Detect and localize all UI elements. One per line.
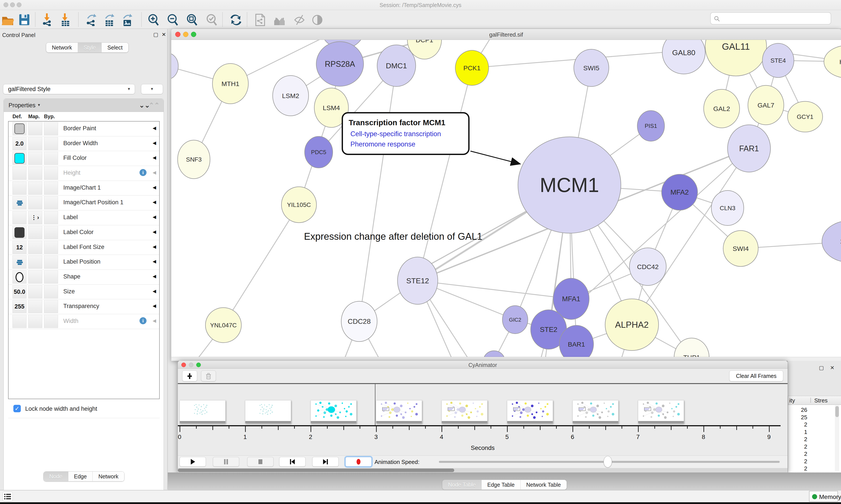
default-cell[interactable] (13, 226, 26, 239)
mapping-cell[interactable]: ⋮› (28, 211, 42, 224)
properties-header[interactable]: Properties ▼ ⌄​⌄ ⌃​⌃ (4, 99, 164, 112)
lock-node-size-checkbox[interactable]: ✓ (13, 405, 21, 412)
bypass-cell[interactable] (44, 167, 58, 180)
pause-button[interactable] (213, 457, 239, 467)
zoom-fit-button[interactable] (186, 13, 198, 26)
expand-property-icon[interactable]: ◀ (153, 214, 156, 220)
task-history-button[interactable] (3, 492, 13, 501)
default-cell[interactable]: 12 (13, 241, 26, 254)
style-selector-dropdown[interactable]: galFiltered Style ▼ (3, 84, 135, 94)
network-node-ALPHA2[interactable]: ALPHA2 (605, 299, 659, 350)
frame-thumbnail-7[interactable] (638, 400, 684, 424)
expand-property-icon[interactable]: ◀ (153, 289, 156, 294)
zoom-selected-button[interactable] (205, 13, 218, 26)
network-node-MTH1[interactable]: MTH1 (212, 64, 248, 104)
expand-property-icon[interactable]: ◀ (153, 140, 156, 146)
record-button[interactable] (345, 457, 372, 467)
annotation-link[interactable]: Pheromone response (351, 140, 415, 148)
frame-thumbnail-1[interactable] (245, 400, 291, 424)
default-cell[interactable] (13, 181, 26, 195)
frame-thumbnail-5[interactable] (507, 400, 553, 424)
table-cell-value[interactable]: 2 (788, 458, 807, 465)
mapping-cell[interactable] (28, 122, 42, 135)
float-panel-icon[interactable]: ▢ (819, 365, 824, 371)
frame-thumbnail-0[interactable] (180, 400, 226, 424)
play-button[interactable] (180, 457, 206, 467)
mapping-cell[interactable] (28, 300, 42, 313)
add-frame-button[interactable] (182, 371, 197, 381)
expand-property-icon[interactable]: ◀ (153, 125, 156, 131)
mapping-cell[interactable] (28, 255, 42, 269)
memory-button[interactable]: Memory (809, 491, 838, 502)
bypass-cell[interactable] (44, 270, 58, 284)
table-cell-value[interactable]: 1 (788, 429, 807, 435)
skip-start-button[interactable] (279, 457, 305, 467)
expand-property-icon[interactable]: ◀ (153, 303, 156, 308)
default-cell[interactable]: 255 (13, 300, 26, 313)
network-canvas[interactable]: RPS28BDCP1RPS28ADMC1PCK1SWI5GAL80GAL11ST… (171, 40, 841, 357)
timeline-playhead[interactable] (375, 384, 375, 425)
mapping-cell[interactable] (28, 137, 42, 150)
table-cell-value[interactable]: 26 (788, 407, 807, 413)
bypass-cell[interactable] (44, 196, 58, 209)
network-node-TUP1[interactable]: TUP1 (674, 338, 709, 357)
network-canvas-scrollbar[interactable] (171, 357, 841, 361)
tab-edge[interactable]: Edge (68, 472, 93, 481)
bypass-cell[interactable] (44, 285, 58, 299)
network-node-RPS28A[interactable]: RPS28A (316, 41, 363, 86)
default-cell[interactable] (13, 196, 26, 209)
network-file-button[interactable] (254, 13, 266, 26)
expand-property-icon[interactable]: ◀ (153, 185, 156, 190)
default-cell[interactable] (13, 211, 26, 224)
network-node-CLN3[interactable]: CLN3 (711, 191, 744, 226)
network-node-PDC5[interactable]: PDC5 (305, 137, 333, 168)
network-node-YNL047C[interactable]: YNL047C (205, 308, 241, 343)
expand-property-icon[interactable]: ◀ (153, 229, 156, 234)
bypass-cell[interactable] (44, 137, 58, 150)
bypass-cell[interactable] (44, 181, 58, 195)
network-node-unlabeled[interactable] (484, 351, 505, 357)
export-network-button[interactable] (85, 13, 98, 26)
annotation-box[interactable]: Transcription factor MCM1Cell-type-speci… (342, 113, 469, 154)
frame-thumbnail-6[interactable] (572, 400, 619, 424)
default-cell[interactable] (13, 270, 26, 284)
show-view-button[interactable] (311, 13, 324, 26)
default-cell[interactable] (13, 255, 26, 269)
bypass-cell[interactable] (44, 241, 58, 254)
network-edge[interactable] (223, 205, 299, 325)
network-node-DMC1[interactable]: DMC1 (377, 45, 416, 87)
stop-button[interactable] (247, 457, 273, 467)
frame-thumbnail-4[interactable] (442, 400, 487, 424)
mapping-cell[interactable] (28, 241, 42, 254)
delete-frame-button[interactable] (201, 371, 216, 381)
hide-view-button[interactable] (293, 13, 306, 26)
network-node-GCY1[interactable]: GCY1 (788, 101, 823, 132)
network-node-STE4[interactable]: STE4 (763, 43, 794, 77)
tab-edge-table[interactable]: Edge Table (482, 480, 521, 489)
network-node-PCK1[interactable]: PCK1 (455, 50, 489, 85)
open-session-button[interactable] (1, 13, 14, 26)
expand-property-icon[interactable]: ◀ (153, 318, 156, 323)
tab-network-table[interactable]: Network Table (521, 480, 567, 489)
network-node-GAL2[interactable]: GAL2 (704, 89, 739, 128)
network-node-HAP2[interactable]: HAP2 (824, 45, 841, 78)
expand-property-icon[interactable]: ◀ (153, 199, 156, 205)
network-node-YIL105C[interactable]: YIL105C (282, 187, 317, 223)
clear-all-frames-button[interactable]: Clear All Frames (729, 371, 783, 381)
bypass-cell[interactable] (44, 211, 58, 224)
animation-timeline[interactable]: 0123456789 Seconds (178, 384, 788, 455)
slider-handle[interactable] (604, 456, 612, 467)
home-button[interactable] (273, 13, 286, 26)
expand-property-icon[interactable]: ◀ (153, 274, 156, 279)
tab-node[interactable]: Node (43, 472, 68, 481)
expand-property-icon[interactable]: ◀ (153, 244, 156, 249)
table-column-headers[interactable]: ity Stres | (788, 396, 841, 405)
animation-speed-slider[interactable] (439, 461, 780, 463)
mapping-cell[interactable] (28, 270, 42, 284)
default-cell[interactable]: 2.0 (13, 137, 26, 150)
mapping-cell[interactable] (28, 315, 42, 328)
cyanimator-titlebar[interactable]: CyAnimator (178, 361, 788, 369)
tab-node-table[interactable]: Node Table (442, 480, 482, 489)
bypass-cell[interactable] (44, 255, 58, 269)
style-options-button[interactable]: ▼ (141, 84, 163, 94)
